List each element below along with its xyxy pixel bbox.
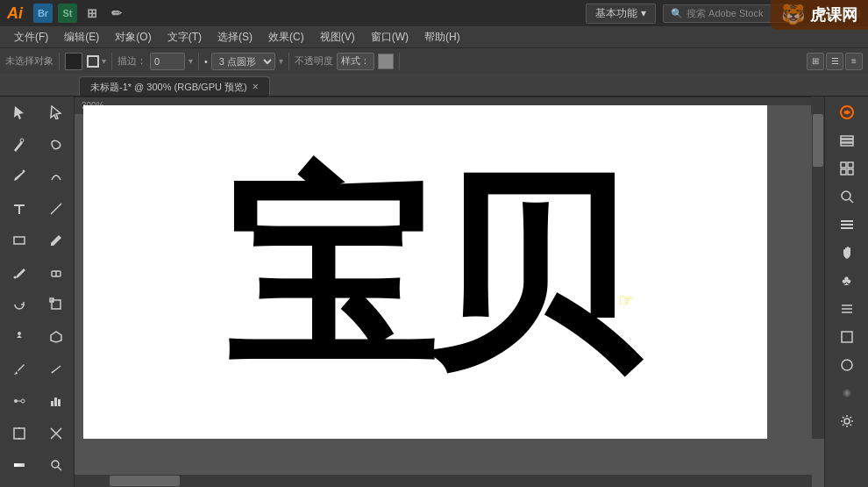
transform-panel-btn[interactable] (831, 156, 863, 181)
svg-point-45 (842, 388, 852, 398)
app-icons: Br St ⊞ ✏ (33, 4, 126, 23)
dot-label: • (204, 56, 208, 67)
menu-effect[interactable]: 效果(C) (261, 26, 311, 47)
type-tool[interactable] (4, 197, 35, 221)
slice-tool[interactable] (40, 421, 72, 446)
align-btn-3[interactable]: ≡ (845, 53, 863, 70)
title-bar: Ai Br St ⊞ ✏ 基本功能 ▾ 🔍 搜索 Adobe Stock — □… (0, 0, 868, 26)
settings-panel-btn[interactable] (831, 409, 863, 433)
eyedropper-tool[interactable] (4, 357, 35, 382)
horizontal-scrollbar[interactable] (75, 475, 812, 487)
chart-tool[interactable] (40, 389, 72, 413)
opacity-label: 不透明度 (295, 54, 333, 68)
stroke-label: 描边： (117, 54, 146, 68)
color-panel-btn[interactable] (831, 100, 863, 125)
tab-close[interactable]: × (253, 77, 259, 97)
stroke-icon (86, 54, 100, 68)
svg-rect-19 (54, 397, 57, 406)
canvas-content: 宝贝 (224, 167, 627, 377)
svg-rect-43 (842, 332, 852, 342)
svg-rect-18 (51, 401, 53, 406)
svg-point-44 (842, 360, 852, 370)
align-btn-1[interactable]: ⊞ (807, 53, 824, 70)
tab-label: 未标题-1* @ 300% (RGB/GPU 预览) (90, 77, 247, 97)
transform-tool[interactable] (40, 292, 72, 317)
style-color[interactable] (378, 54, 394, 69)
vertical-scrollbar[interactable] (812, 97, 824, 439)
stroke-type-select[interactable]: 3 点圆形 (211, 53, 275, 70)
gradient-panel-btn[interactable] (831, 381, 863, 405)
grid-icon[interactable]: ⊞ (82, 4, 102, 23)
svg-rect-3 (14, 204, 25, 206)
rect-panel-btn[interactable] (831, 325, 863, 349)
v-scrollbar-thumb[interactable] (813, 114, 823, 167)
main-layout: 宝贝 ☞ 300% (0, 97, 868, 487)
rect-tool[interactable] (4, 228, 35, 253)
svg-rect-32 (848, 162, 853, 168)
clubs-icon-btn[interactable]: ♣ (831, 269, 863, 293)
svg-point-7 (14, 276, 17, 278)
magic-wand-tool[interactable] (4, 132, 35, 157)
fill-color[interactable] (65, 53, 82, 70)
free-transform-tool[interactable] (40, 325, 72, 349)
svg-rect-33 (841, 169, 846, 175)
svg-point-46 (844, 419, 850, 424)
workspace-button[interactable]: 基本功能 ▾ (586, 4, 656, 24)
svg-point-25 (52, 461, 59, 468)
zoom-tool[interactable] (40, 453, 72, 477)
blend-tool[interactable] (4, 389, 35, 413)
pen-tool[interactable] (4, 164, 35, 189)
pen-icon[interactable]: ✏ (107, 4, 126, 23)
puppet-warp-tool[interactable] (4, 325, 35, 349)
select-label: 未选择对象 (5, 54, 53, 68)
menu-type[interactable]: 文字(T) (160, 26, 209, 47)
artboard-tool[interactable] (4, 421, 35, 446)
bridge-icon[interactable]: Br (33, 4, 53, 23)
canvas[interactable]: 宝贝 ☞ (83, 105, 767, 439)
menu-view[interactable]: 视图(V) (313, 26, 362, 47)
svg-rect-20 (58, 399, 60, 406)
curvature-tool[interactable] (40, 164, 72, 189)
measure-tool[interactable] (40, 357, 72, 382)
menu-object[interactable]: 对象(O) (108, 26, 158, 47)
menu-window[interactable]: 窗口(W) (364, 26, 416, 47)
layers-panel-btn[interactable] (831, 128, 863, 153)
search-panel-btn[interactable] (831, 184, 863, 209)
menu-help[interactable]: 帮助(H) (417, 26, 467, 47)
left-panel (0, 97, 75, 487)
properties-panel-btn[interactable] (831, 212, 863, 237)
svg-point-35 (842, 191, 850, 200)
svg-rect-28 (841, 136, 853, 139)
canvas-area[interactable]: 宝贝 ☞ 300% (75, 97, 824, 487)
align-btn-2[interactable]: ☰ (826, 53, 843, 70)
stock-icon[interactable]: St (58, 4, 77, 23)
menu-select[interactable]: 选择(S) (210, 26, 260, 47)
line-tool[interactable] (40, 197, 72, 221)
svg-rect-37 (841, 220, 853, 222)
eraser-tool[interactable] (40, 261, 72, 285)
h-scrollbar-thumb[interactable] (110, 476, 180, 486)
svg-rect-24 (14, 463, 25, 467)
paintbrush-tool[interactable] (4, 261, 35, 285)
svg-line-5 (51, 204, 61, 214)
menu-edit[interactable]: 编辑(E) (57, 26, 106, 47)
align-group: ⊞ ☰ ≡ (807, 53, 863, 70)
svg-point-12 (18, 332, 21, 335)
svg-rect-34 (848, 169, 853, 175)
document-tab[interactable]: 未标题-1* @ 300% (RGB/GPU 预览) × (79, 76, 270, 96)
svg-point-2 (23, 170, 25, 173)
hand-tool-btn[interactable] (831, 240, 863, 265)
pencil-tool[interactable] (40, 228, 72, 253)
direct-select-tool[interactable] (40, 100, 72, 125)
svg-rect-39 (841, 227, 853, 229)
gradient-tool[interactable] (4, 453, 35, 477)
lasso-tool[interactable] (40, 132, 72, 157)
circle-panel-btn[interactable] (831, 353, 863, 377)
stroke-input[interactable] (150, 53, 185, 70)
menu-file[interactable]: 文件(F) (7, 26, 55, 47)
lines-panel-btn[interactable] (831, 297, 863, 321)
select-tool[interactable] (4, 100, 35, 125)
rotate-tool[interactable] (4, 292, 35, 317)
svg-rect-6 (14, 237, 25, 244)
svg-point-1 (20, 139, 24, 142)
